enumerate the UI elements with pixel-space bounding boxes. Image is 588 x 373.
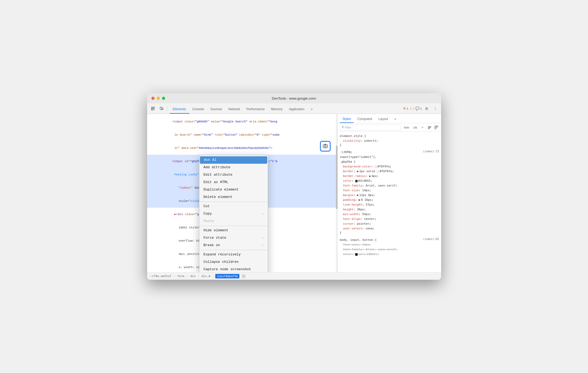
css-rule-lj9fbc: .lJ9FBc (index):73 input[type="submit"],… (340, 150, 439, 234)
force-state-arrow: › (262, 236, 264, 240)
svg-rect-5 (160, 107, 162, 110)
breadcrumb-item-div[interactable]: div (189, 274, 197, 278)
breadcrumb-forward-arrow[interactable]: › (242, 274, 246, 278)
tab-memory[interactable]: Memory (268, 105, 286, 114)
css-property-line: font-family : Arial, sans-serif; (340, 247, 439, 252)
css-property-line: height : 36px ; (340, 207, 439, 212)
devtools-toolbar: Elements Console Sources Network Perform… (147, 103, 441, 114)
styles-panel: Styles Computed Layout » ⊽ Filter :hov .… (338, 114, 441, 272)
context-menu: Ask AI Add attribute Edit attribute Edit… (199, 155, 268, 272)
context-menu-overlay[interactable]: Ask AI Add attribute Edit attribute Edit… (147, 114, 337, 272)
break-on-arrow: › (262, 243, 264, 248)
css-property-line: line-height : 27px ; (340, 202, 439, 207)
menu-item-ask-ai[interactable]: Ask AI (200, 156, 267, 164)
svg-rect-2 (153, 107, 155, 108)
css-property-line: background-color : #f8f9fa ; (340, 164, 439, 169)
menu-separator (199, 226, 268, 226)
menu-item-copy[interactable]: Copy › (199, 210, 268, 217)
cls-button[interactable]: .cls (412, 125, 418, 130)
breadcrumb-item-root[interactable]: ‹rT4e.om7nvf (149, 274, 172, 278)
styles-tab-layout[interactable]: Layout (376, 116, 391, 123)
window-title: DevTools - www.google.com/ (272, 96, 316, 100)
error-badge[interactable]: ✕ 1 (403, 106, 408, 110)
css-close-brace: } (340, 231, 439, 234)
layout-icon[interactable] (434, 125, 439, 130)
filter-icon: ⊽ (342, 126, 344, 129)
menu-item-duplicate-element[interactable]: Duplicate element (199, 186, 268, 193)
breadcrumb-item-diva[interactable]: div.A (200, 274, 211, 278)
svg-rect-12 (435, 126, 436, 127)
menu-item-break-on[interactable]: Break on › (199, 242, 268, 249)
css-property-line: border-radius : ▶ 4px ; (340, 174, 439, 179)
close-button[interactable] (151, 97, 155, 100)
tab-console[interactable]: Console (189, 105, 207, 114)
svg-rect-11 (428, 128, 430, 129)
styles-tab-styles[interactable]: Styles (340, 116, 354, 123)
menu-item-hide-element[interactable]: Hide element (199, 227, 268, 234)
add-style-icon[interactable]: + (420, 125, 425, 130)
tab-elements[interactable]: Elements (170, 105, 189, 114)
devtools-tabs: Elements Console Sources Network Perform… (170, 103, 316, 114)
toolbar-right: ✕ 1 ⚠ 2 💬 1 ⚙ ⋮ (403, 105, 439, 112)
styles-filter-toolbar: ⊽ Filter :hov .cls + (338, 123, 441, 132)
devtools-window: DevTools - www.google.com/ (147, 93, 441, 280)
breadcrumb-item-form[interactable]: form (176, 274, 186, 278)
menu-item-force-state[interactable]: Force state › (199, 234, 268, 242)
info-badge[interactable]: 💬 1 (415, 106, 422, 110)
tab-network[interactable]: Network (225, 105, 243, 114)
css-rule-element-style: element.style { visibility : inherit ; } (340, 134, 439, 147)
styles-tab-computed[interactable]: Computed (355, 116, 375, 123)
settings-icon[interactable]: ⚙ (423, 105, 431, 112)
svg-rect-6 (162, 108, 163, 110)
menu-item-expand-recursively[interactable]: Expand recursively (199, 251, 268, 258)
svg-rect-13 (437, 126, 438, 127)
css-selector3: .gbqfba { (340, 159, 439, 164)
menu-item-capture-screenshot[interactable]: Capture node screenshot (199, 266, 268, 272)
maximize-button[interactable] (162, 97, 165, 100)
tab-performance[interactable]: Performance (243, 105, 268, 114)
color-swatch (377, 170, 379, 173)
filter-input-container[interactable]: ⊽ Filter (340, 125, 401, 130)
tab-application[interactable]: Application (286, 105, 308, 114)
warning-badge[interactable]: ⚠ 2 (409, 106, 414, 110)
devtools-body: <input class="gNO89b" value="Google Sear… (147, 114, 441, 272)
styles-content[interactable]: element.style { visibility : inherit ; }… (338, 132, 441, 272)
css-rule-body-input-button: body, input, button { (index):65 font-si… (340, 238, 439, 257)
menu-item-edit-attribute[interactable]: Edit attribute (199, 171, 268, 179)
traffic-lights (151, 97, 165, 100)
more-options-icon[interactable]: ⋮ (432, 105, 439, 112)
menu-item-delete-element[interactable]: Delete element (199, 193, 268, 201)
css-property-line: font-size : 14px ; (340, 188, 439, 193)
svg-rect-14 (435, 128, 436, 129)
css-close-brace: } (340, 143, 439, 147)
styles-tab-more[interactable]: » (392, 116, 399, 123)
css-rule-header: .lJ9FBc (index):73 (340, 150, 439, 155)
css-property-line: text-align : center ; (340, 217, 439, 221)
css-property-line: min-width : 54px ; (340, 212, 439, 217)
hov-button[interactable]: :hov (402, 125, 410, 130)
css-property-line: user-select : none ; (340, 226, 439, 231)
css-property-line: font-size : 14px; (340, 242, 439, 247)
css-property-line: font-family : Arial, sans-serif ; (340, 183, 439, 188)
menu-item-collapse-children[interactable]: Collapse children (199, 258, 268, 266)
menu-separator (199, 250, 268, 250)
toggle-style-icon[interactable] (427, 125, 432, 130)
breadcrumb-bar: ‹rT4e.om7nvf › form › div › div.A › cent… (147, 272, 441, 280)
css-rule-header: body, input, button { (index):65 (340, 238, 439, 242)
copy-submenu-arrow: › (262, 211, 264, 216)
menu-item-paste: Paste (199, 217, 268, 225)
tab-sources[interactable]: Sources (207, 105, 225, 114)
menu-item-edit-html[interactable]: Edit as HTML (199, 179, 268, 186)
device-icon[interactable] (158, 105, 165, 112)
inspector-icon[interactable] (149, 105, 157, 112)
css-property-line: color : #3c4043 ; (340, 179, 439, 183)
color-swatch (375, 166, 377, 168)
minimize-button[interactable] (157, 97, 160, 100)
tab-more[interactable]: » (308, 105, 316, 114)
color-swatch (355, 253, 358, 256)
styles-tabs: Styles Computed Layout » (338, 114, 441, 123)
css-property-line: color : var(-C0EmY) ; (340, 252, 439, 257)
breadcrumb-item-input[interactable]: input#gbqfbb (215, 274, 239, 278)
menu-item-cut[interactable]: Cut (199, 203, 268, 210)
menu-item-add-attribute[interactable]: Add attribute (199, 164, 268, 171)
